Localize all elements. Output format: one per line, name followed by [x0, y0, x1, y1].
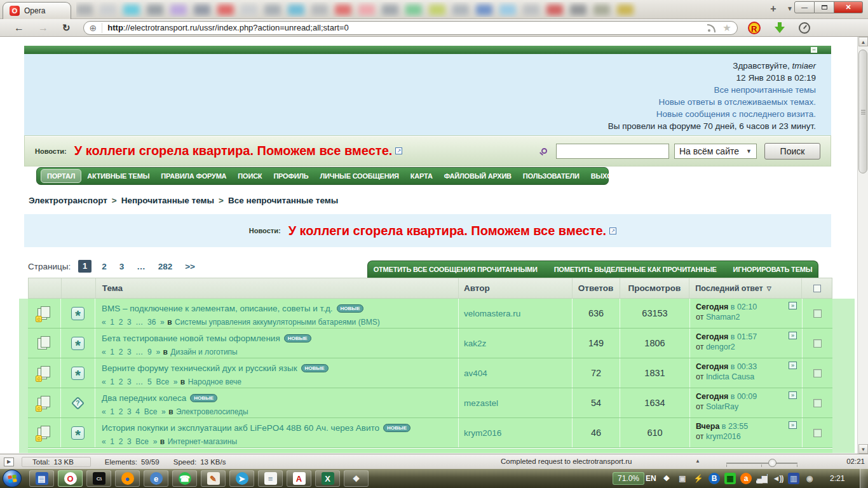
tray-signal-icon[interactable]: ▂▄▆█ [756, 473, 768, 484]
tray-volume-icon[interactable]: ◄)) [772, 473, 783, 484]
nav-tab[interactable]: КАРТА [405, 170, 438, 182]
topic-action-button[interactable]: ИГНОРИРОВАТЬ ТЕМЫ [733, 266, 813, 273]
category-link[interactable]: Электровелосипеды [176, 407, 248, 416]
panel-toggle-icon[interactable]: ▶ [4, 458, 14, 466]
show-desktop-button[interactable] [860, 469, 868, 488]
taskbar-save-icon[interactable]: ▤ [29, 470, 54, 487]
last-reply-user-link[interactable]: krym2016 [706, 432, 741, 441]
news-headline-link[interactable]: У коллеги сгорела квартира. Поможем все … [74, 144, 393, 158]
taskbar-notepad-icon[interactable]: ≡ [258, 470, 283, 487]
column-header-topic[interactable]: Тема [96, 278, 459, 298]
tab-thumbnail[interactable] [170, 4, 187, 15]
rss-icon[interactable] [707, 24, 716, 32]
external-link-icon[interactable]: ↗ [609, 227, 616, 234]
tab-thumbnail[interactable] [429, 4, 445, 15]
tray-app-icon[interactable]: ▥ [788, 473, 799, 484]
select-all-checkbox[interactable] [813, 285, 821, 292]
tab-thumbnail[interactable] [523, 4, 539, 15]
search-input[interactable] [556, 144, 669, 159]
nav-tab[interactable]: АКТИВНЫЕ ТЕМЫ [81, 170, 155, 182]
category-link[interactable]: Интернет-магазины [168, 437, 237, 446]
tab-thumbnail[interactable] [546, 4, 563, 15]
back-button[interactable]: ← [14, 22, 24, 34]
column-header-author[interactable]: Автор [459, 278, 573, 298]
search-scope-select[interactable]: На всём сайте ▼ [674, 144, 757, 159]
url-field[interactable]: ⊕ http://electrotransport.ru/ussr/index.… [83, 21, 738, 35]
breadcrumb-link[interactable]: Непрочитанные темы [121, 196, 214, 205]
external-link-icon[interactable]: ↗ [395, 147, 402, 154]
opera-menu-button[interactable]: O Opera [3, 2, 71, 19]
topic-action-button[interactable]: ОТМЕТИТЬ ВСЕ СООБЩЕНИЯ ПРОЧИТАННЫМИ [374, 266, 538, 273]
topic-title-link[interactable]: Верните форуму технический дух и русский… [102, 363, 297, 373]
nav-tab[interactable]: ФАЙЛОВЫЙ АРХИВ [438, 170, 517, 182]
goto-last-post-icon[interactable]: » [789, 421, 797, 429]
zoom-slider[interactable] [726, 463, 797, 464]
topic-title-link[interactable]: BMS – подключение к элементам, описание,… [102, 304, 333, 313]
tray-settings-icon[interactable]: ◉ [804, 473, 815, 484]
zoom-slider-thumb[interactable] [768, 459, 776, 467]
tab-thumbnail[interactable] [194, 4, 210, 15]
taskbar-telegram-icon[interactable]: ➤ [229, 470, 254, 487]
tab-thumbnail[interactable] [405, 4, 422, 15]
nav-tab[interactable]: ПОИСК [232, 170, 268, 182]
forward-button[interactable]: → [38, 22, 48, 34]
tab-thumbnail[interactable] [499, 4, 516, 15]
tab-thumbnail[interactable] [241, 4, 257, 15]
column-header-replies[interactable]: Ответов [573, 278, 620, 298]
taskbar-opera-icon[interactable]: O [58, 470, 83, 487]
taskbar-excel-icon[interactable]: X [315, 470, 340, 487]
topic-checkbox[interactable] [813, 339, 822, 348]
tab-thumbnail[interactable] [311, 4, 328, 15]
taskbar-paint-icon[interactable]: ✎ [201, 470, 226, 487]
url-text[interactable]: http://electrotransport.ru/ussr/index.ph… [107, 23, 707, 32]
tab-thumbnail[interactable] [217, 4, 234, 15]
last-reply-user-link[interactable]: dengor2 [706, 342, 735, 351]
last-reply-user-link[interactable]: Shaman2 [706, 313, 740, 322]
taskbar-whatsapp-icon[interactable]: ☎ [172, 470, 197, 487]
nav-tab[interactable]: ПОРТАЛ [41, 169, 81, 183]
author-link[interactable]: kak2z [464, 339, 486, 348]
scroll-down-arrow[interactable]: ▼ [858, 444, 868, 454]
scroll-up-arrow[interactable]: ▲ [858, 37, 868, 46]
search-button[interactable]: Поиск [764, 143, 820, 159]
topic-checkbox[interactable] [813, 429, 822, 437]
goto-last-post-icon[interactable]: » [789, 362, 797, 369]
tab-thumbnail[interactable] [76, 4, 93, 15]
tray-avast-icon[interactable]: a [740, 473, 752, 484]
tray-network-activity-icon[interactable]: ▦ [724, 473, 736, 484]
author-link[interactable]: mezastel [464, 398, 498, 408]
tray-fox-icon[interactable]: ❖ [661, 473, 672, 484]
page-link[interactable]: 3 [113, 262, 131, 271]
category-link[interactable]: Системы управления аккумуляторными батар… [175, 318, 380, 327]
extension-r-icon[interactable]: R [748, 22, 761, 34]
column-header-last-reply[interactable]: Последний ответ▽ [689, 278, 802, 298]
page-scrollbar[interactable]: ▲ ▼ [857, 37, 868, 454]
goto-last-post-icon[interactable]: » [789, 302, 797, 309]
close-button[interactable]: ✕ [834, 1, 863, 13]
tab-thumbnail[interactable] [147, 4, 163, 15]
taskbar-cmd-icon[interactable]: C:\ [86, 470, 111, 487]
column-header-views[interactable]: Просмотров [620, 278, 690, 298]
reload-button[interactable]: ↻ [62, 22, 71, 34]
topic-title-link[interactable]: Два передних колеса [102, 393, 186, 403]
author-link[interactable]: krym2016 [464, 428, 501, 438]
page-link[interactable]: 2 [95, 262, 113, 271]
topic-page-links[interactable]: « 1 2 3 … 36 » [102, 318, 165, 327]
user-info-link[interactable]: Новые ответы в отслеживаемых темах. [24, 96, 816, 108]
last-reply-user-link[interactable]: SolarRay [706, 402, 738, 411]
nav-tab[interactable]: ВЫХОД [585, 170, 623, 182]
new-tab-button[interactable]: + [763, 3, 784, 16]
topic-page-links[interactable]: « 1 2 3 4 Все » [102, 407, 166, 416]
tab-thumbnail[interactable] [123, 4, 140, 15]
tab-thumbnail[interactable] [288, 4, 304, 15]
user-info-link[interactable]: Новые сообщения с последнего визита. [24, 108, 816, 120]
topic-action-button[interactable]: ПОМЕТИТЬ ВЫДЕЛЕННЫЕ КАК ПРОЧИТАННЫЕ [554, 266, 717, 273]
goto-last-post-icon[interactable]: » [789, 391, 797, 399]
language-indicator[interactable]: EN [646, 474, 656, 483]
tray-display-icon[interactable]: ▣ [677, 473, 688, 484]
category-link[interactable]: Народное вече [188, 377, 241, 386]
taskbar-acrobat-icon[interactable]: A [287, 470, 311, 487]
bookmark-star-icon[interactable]: ★ [722, 22, 731, 34]
author-link[interactable]: velomastera.ru [464, 309, 520, 318]
battery-indicator[interactable]: 71.0% [613, 472, 644, 485]
